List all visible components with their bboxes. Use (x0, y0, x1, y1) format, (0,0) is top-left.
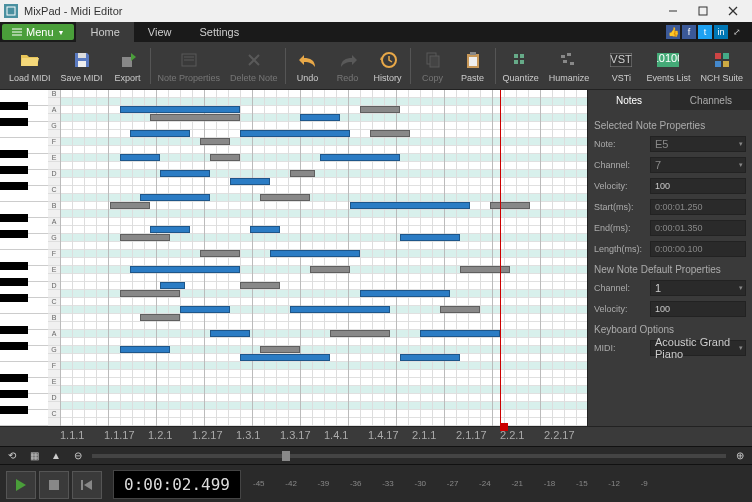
midi-note[interactable] (120, 154, 160, 161)
tab-settings[interactable]: Settings (185, 22, 253, 42)
midi-note[interactable] (130, 130, 190, 137)
midi-note[interactable] (140, 194, 210, 201)
nch-suite-button[interactable]: NCH Suite (695, 44, 748, 88)
facebook-icon[interactable]: f (682, 25, 696, 39)
tab-notes[interactable]: Notes (588, 90, 670, 110)
default-velocity-input[interactable]: 100 (650, 301, 746, 317)
vsti-button[interactable]: VSTVSTi (601, 44, 641, 88)
like-icon[interactable]: 👍 (666, 25, 680, 39)
midi-note[interactable] (350, 202, 470, 209)
export-button[interactable]: Export (108, 44, 148, 88)
velocity-input[interactable]: 100 (650, 178, 746, 194)
svg-rect-18 (430, 56, 439, 67)
menu-button[interactable]: Menu ▼ (2, 24, 74, 40)
midi-note[interactable] (320, 154, 400, 161)
midi-note[interactable] (120, 346, 170, 353)
tab-view[interactable]: View (134, 22, 186, 42)
midi-note[interactable] (260, 346, 300, 353)
midi-note[interactable] (460, 266, 510, 273)
midi-note[interactable] (210, 154, 240, 161)
rewind-button[interactable] (72, 471, 102, 499)
twitter-icon[interactable]: t (698, 25, 712, 39)
midi-note[interactable] (110, 202, 150, 209)
midi-note[interactable] (370, 130, 410, 137)
midi-note[interactable] (240, 354, 330, 361)
save-midi-button[interactable]: Save MIDI (56, 44, 108, 88)
playhead[interactable] (500, 90, 501, 426)
events-list-icon: 10100 (657, 49, 679, 71)
nch-suite-icon (711, 49, 733, 71)
undo-button[interactable]: Undo (288, 44, 328, 88)
midi-note[interactable] (290, 306, 390, 313)
midi-note[interactable] (200, 250, 240, 257)
midi-note[interactable] (490, 202, 530, 209)
humanize-button[interactable]: Humanize (544, 44, 595, 88)
expand-icon[interactable]: ⤢ (730, 25, 744, 39)
menu-row: Menu ▼ Home View Settings 👍 f t in ⤢ (0, 22, 752, 42)
playhead-marker[interactable] (500, 423, 508, 431)
play-button[interactable] (6, 471, 36, 499)
midi-note[interactable] (290, 170, 315, 177)
midi-note[interactable] (150, 226, 190, 233)
midi-note[interactable] (130, 266, 240, 273)
midi-note[interactable] (150, 114, 240, 121)
piano-keyboard[interactable] (0, 90, 48, 426)
loop-icon[interactable]: ⟲ (4, 449, 20, 463)
midi-note[interactable] (120, 234, 170, 241)
end-input[interactable]: 0:00:01.350 (650, 220, 746, 236)
linkedin-icon[interactable]: in (714, 25, 728, 39)
time-ruler[interactable]: 1.1.11.1.171.2.11.2.171.3.11.3.171.4.11.… (0, 426, 752, 446)
midi-note[interactable] (330, 330, 390, 337)
history-button[interactable]: History (368, 44, 408, 88)
midi-note[interactable] (250, 226, 280, 233)
midi-note[interactable] (260, 194, 310, 201)
social-links: 👍 f t in ⤢ (666, 22, 752, 42)
midi-note[interactable] (240, 282, 280, 289)
midi-note[interactable] (400, 354, 460, 361)
stop-button[interactable] (39, 471, 69, 499)
events-list-button[interactable]: 10100Events List (641, 44, 695, 88)
midi-note[interactable] (270, 250, 360, 257)
tab-home[interactable]: Home (76, 22, 133, 42)
quantize-button[interactable]: Quantize (498, 44, 544, 88)
paste-button[interactable]: Paste (453, 44, 493, 88)
time-display: 0:00:02.499 (113, 470, 241, 499)
midi-note[interactable] (200, 138, 230, 145)
film-icon[interactable]: ▦ (26, 449, 42, 463)
start-input[interactable]: 0:00:01.250 (650, 199, 746, 215)
metronome-icon[interactable]: ▲ (48, 449, 64, 463)
zoom-out-icon[interactable]: ⊖ (70, 449, 86, 463)
minimize-button[interactable] (658, 0, 688, 22)
midi-note[interactable] (230, 178, 270, 185)
default-channel-select[interactable]: 1▾ (650, 280, 746, 296)
close-button[interactable] (718, 0, 748, 22)
midi-note[interactable] (120, 106, 240, 113)
midi-note[interactable] (360, 290, 450, 297)
note-select[interactable]: E5▾ (650, 136, 746, 152)
midi-note[interactable] (120, 290, 180, 297)
svg-rect-0 (7, 7, 15, 15)
midi-note[interactable] (310, 266, 350, 273)
midi-instrument-select[interactable]: Acoustic Grand Piano▾ (650, 340, 746, 356)
midi-note[interactable] (160, 282, 185, 289)
zoom-in-icon[interactable]: ⊕ (732, 449, 748, 463)
midi-note[interactable] (140, 314, 180, 321)
length-input[interactable]: 0:00:00.100 (650, 241, 746, 257)
midi-note[interactable] (300, 114, 340, 121)
midi-note[interactable] (400, 234, 460, 241)
midi-note[interactable] (240, 130, 350, 137)
load-midi-button[interactable]: Load MIDI (4, 44, 56, 88)
zoom-slider[interactable] (92, 454, 726, 458)
midi-note[interactable] (160, 170, 210, 177)
midi-note[interactable] (440, 306, 480, 313)
midi-note[interactable] (360, 106, 400, 113)
svg-rect-35 (723, 53, 729, 59)
midi-note[interactable] (210, 330, 250, 337)
channel-select[interactable]: 7▾ (650, 157, 746, 173)
tab-channels[interactable]: Channels (670, 90, 752, 110)
maximize-button[interactable] (688, 0, 718, 22)
history-icon (377, 49, 399, 71)
midi-note[interactable] (420, 330, 500, 337)
midi-note[interactable] (180, 306, 230, 313)
note-grid[interactable] (60, 90, 587, 426)
